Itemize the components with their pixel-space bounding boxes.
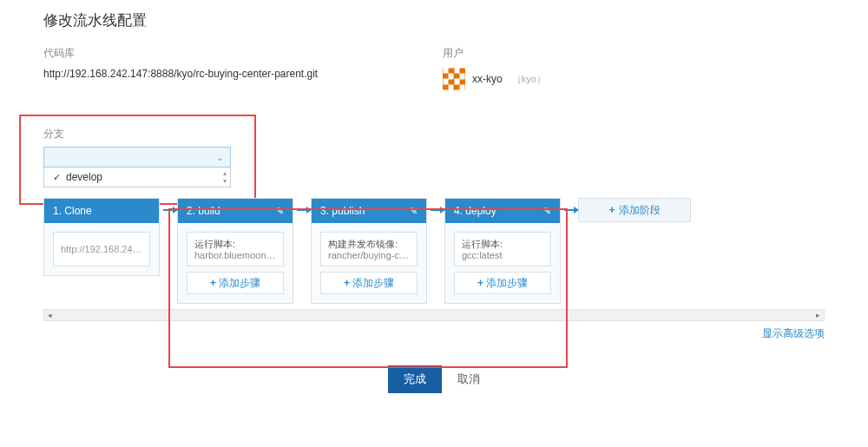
stage-title: 2. build xyxy=(187,205,220,217)
pipeline-stage: 1. Clonehttp://192.168.242.1... xyxy=(43,198,160,276)
cancel-button[interactable]: 取消 xyxy=(457,371,480,387)
step-card[interactable]: http://192.168.242.1... xyxy=(53,232,150,266)
stage-arrow xyxy=(160,198,177,222)
step-card[interactable]: 运行脚本:harbor.bluemoon.c... xyxy=(187,232,284,266)
horizontal-scrollbar[interactable]: ◂▸ xyxy=(43,309,825,321)
page-title: 修改流水线配置 xyxy=(43,10,825,30)
plus-icon: + xyxy=(477,277,483,289)
pencil-icon[interactable]: ✎ xyxy=(276,206,284,217)
add-step-label: 添加步骤 xyxy=(486,276,528,291)
pipeline-stage: 4. deploy✎运行脚本:gcc:latest+添加步骤 xyxy=(444,198,561,304)
pipeline: 1. Clonehttp://192.168.242.1...2. build✎… xyxy=(43,198,825,304)
stage-header[interactable]: 1. Clone xyxy=(44,199,159,223)
repo-label: 代码库 xyxy=(43,46,408,61)
branch-label: 分支 xyxy=(43,127,825,141)
user-block: 用户 xx-kyo （kyo） xyxy=(443,46,546,90)
step-card[interactable]: 构建并发布镜像:rancher/buying-ce... xyxy=(320,232,418,266)
stage-body: 运行脚本:gcc:latest+添加步骤 xyxy=(445,223,560,303)
stage-arrow xyxy=(427,198,444,222)
stage-title: 1. Clone xyxy=(53,205,92,217)
branch-select[interactable]: ⌄ xyxy=(43,147,231,168)
pipeline-stage: 2. build✎运行脚本:harbor.bluemoon.c...+添加步骤 xyxy=(177,198,293,304)
user-name: xx-kyo xyxy=(472,73,503,85)
plus-icon: + xyxy=(344,277,350,289)
repo-block: 代码库 http://192.168.242.147:8888/kyo/rc-b… xyxy=(43,46,408,90)
step-line2: gcc:latest xyxy=(462,250,543,260)
advanced-options-link[interactable]: 显示高级选项 xyxy=(43,326,825,341)
add-step-button[interactable]: +添加步骤 xyxy=(187,272,284,294)
step-line1: 构建并发布镜像: xyxy=(328,238,410,250)
add-stage-button[interactable]: +添加阶段 xyxy=(578,198,691,222)
done-button[interactable]: 完成 xyxy=(388,365,442,393)
chevron-down-icon: ⌄ xyxy=(216,153,223,162)
dropdown-scroll-indicator: ▴▾ xyxy=(220,169,228,185)
step-line2: harbor.bluemoon.c... xyxy=(194,250,276,260)
branch-dropdown[interactable]: ✓ develop ▴▾ xyxy=(43,168,231,187)
branch-option-develop[interactable]: ✓ develop xyxy=(44,168,230,187)
add-step-label: 添加步骤 xyxy=(219,276,260,291)
add-step-button[interactable]: +添加步骤 xyxy=(454,272,551,294)
stage-header[interactable]: 4. deploy✎ xyxy=(445,199,560,223)
stage-header[interactable]: 2. build✎ xyxy=(178,199,293,223)
stage-title: 4. deploy xyxy=(454,205,496,217)
stage-body: 构建并发布镜像:rancher/buying-ce...+添加步骤 xyxy=(312,223,426,303)
pipeline-stage: 3. publish✎构建并发布镜像:rancher/buying-ce...+… xyxy=(311,198,427,304)
step-card[interactable]: 运行脚本:gcc:latest xyxy=(454,232,551,266)
branch-option-label: develop xyxy=(66,171,102,183)
stage-arrow xyxy=(561,198,578,222)
add-step-label: 添加步骤 xyxy=(352,276,394,291)
user-sub: （kyo） xyxy=(512,73,546,86)
stage-title: 3. publish xyxy=(320,205,365,217)
stage-arrow xyxy=(293,198,311,222)
plus-icon: + xyxy=(608,204,615,216)
step-line2: rancher/buying-ce... xyxy=(328,250,410,260)
user-label: 用户 xyxy=(443,46,546,61)
pencil-icon[interactable]: ✎ xyxy=(410,206,418,217)
avatar xyxy=(443,68,465,90)
stage-body: 运行脚本:harbor.bluemoon.c...+添加步骤 xyxy=(178,223,293,303)
add-stage-label: 添加阶段 xyxy=(619,203,661,218)
stage-header[interactable]: 3. publish✎ xyxy=(312,199,426,223)
step-line1: 运行脚本: xyxy=(462,238,543,250)
add-step-button[interactable]: +添加步骤 xyxy=(320,272,418,294)
plus-icon: + xyxy=(210,277,216,289)
check-icon: ✓ xyxy=(53,172,61,183)
repo-url: http://192.168.242.147:8888/kyo/rc-buyin… xyxy=(43,68,408,80)
stage-body: http://192.168.242.1... xyxy=(44,223,159,275)
step-line1: 运行脚本: xyxy=(194,238,276,250)
step-line1: http://192.168.242.1... xyxy=(61,244,142,254)
pencil-icon[interactable]: ✎ xyxy=(543,206,551,217)
